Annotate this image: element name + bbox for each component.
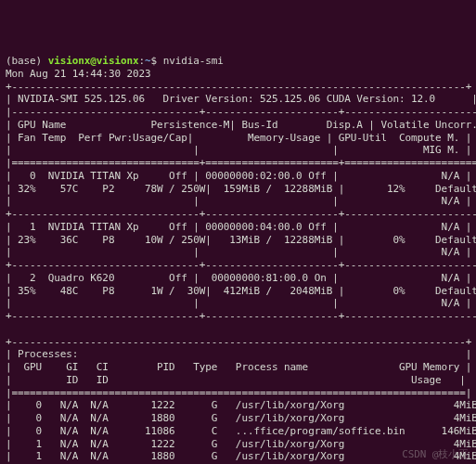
terminal[interactable]: (base) visionx@visionx:~$ nvidia-smi Mon… [6, 55, 470, 464]
prompt-line[interactable]: (base) visionx@visionx:~$ nvidia-smi [6, 55, 224, 67]
prompt-env: (base) [6, 55, 42, 67]
prompt-suffix: $ [151, 55, 158, 67]
watermark: CSDN @枝小巫 [402, 448, 469, 461]
prompt-user: visionx@visionx [48, 55, 139, 67]
smi-output: +---------------------------------------… [6, 81, 476, 465]
timestamp: Mon Aug 21 14:44:30 2023 [6, 68, 151, 80]
prompt-command: nvidia-smi [163, 55, 224, 67]
